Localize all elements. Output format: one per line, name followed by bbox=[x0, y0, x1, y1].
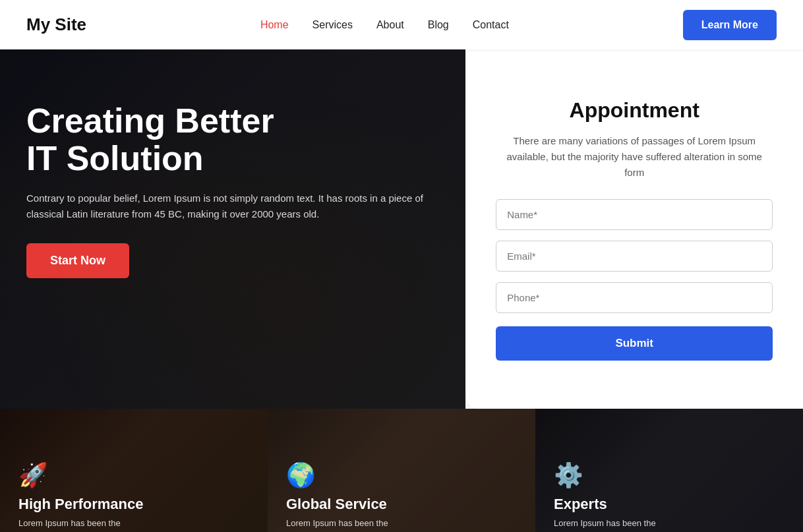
gear-icon: ⚙️ bbox=[554, 461, 785, 489]
appointment-title: Appointment bbox=[496, 98, 773, 123]
service-content-2: 🌍 Global Service Lorem Ipsum has been th… bbox=[286, 461, 517, 530]
submit-button[interactable]: Submit bbox=[496, 326, 773, 361]
nav-about[interactable]: About bbox=[376, 19, 404, 31]
site-logo: My Site bbox=[26, 15, 86, 35]
service-desc-3: Lorem Ipsum has been the bbox=[554, 517, 785, 530]
name-input[interactable] bbox=[496, 199, 773, 230]
hero-title: Creating Better IT Solution bbox=[26, 102, 448, 177]
email-input[interactable] bbox=[496, 241, 773, 272]
appointment-form-container: Appointment There are many variations of… bbox=[496, 98, 773, 361]
hero-title-line1: Creating Better bbox=[26, 102, 274, 140]
globe-icon: 🌍 bbox=[286, 461, 517, 489]
hero-section: Creating Better IT Solution Contrary to … bbox=[0, 49, 803, 409]
phone-input[interactable] bbox=[496, 282, 773, 313]
services-section: 🚀 High Performance Lorem Ipsum has been … bbox=[0, 409, 803, 532]
hero-content: Creating Better IT Solution Contrary to … bbox=[13, 102, 461, 278]
nav-services[interactable]: Services bbox=[312, 19, 353, 31]
hero-title-line2: IT Solution bbox=[26, 139, 204, 177]
header: My Site Home Services About Blog Contact… bbox=[0, 0, 803, 49]
nav-blog[interactable]: Blog bbox=[428, 19, 449, 31]
service-title-3: Experts bbox=[554, 496, 785, 513]
start-now-button[interactable]: Start Now bbox=[26, 243, 129, 278]
service-card-high-performance: 🚀 High Performance Lorem Ipsum has been … bbox=[0, 409, 268, 532]
rocket-icon: 🚀 bbox=[18, 461, 249, 489]
appointment-panel: Appointment There are many variations of… bbox=[465, 49, 803, 409]
service-card-experts: ⚙️ Experts Lorem Ipsum has been the bbox=[535, 409, 803, 532]
appointment-description: There are many variations of passages of… bbox=[496, 133, 773, 181]
service-desc-2: Lorem Ipsum has been the bbox=[286, 517, 517, 530]
learn-more-button[interactable]: Learn More bbox=[683, 10, 777, 40]
main-nav: Home Services About Blog Contact bbox=[260, 19, 509, 31]
hero-description: Contrary to popular belief, Lorem Ipsum … bbox=[26, 191, 448, 222]
service-title-2: Global Service bbox=[286, 496, 517, 513]
nav-home[interactable]: Home bbox=[260, 19, 289, 31]
nav-contact[interactable]: Contact bbox=[473, 19, 509, 31]
hero-background: Creating Better IT Solution Contrary to … bbox=[0, 49, 465, 409]
service-card-global: 🌍 Global Service Lorem Ipsum has been th… bbox=[268, 409, 535, 532]
service-content-1: 🚀 High Performance Lorem Ipsum has been … bbox=[18, 461, 249, 530]
service-desc-1: Lorem Ipsum has been the bbox=[18, 517, 249, 530]
service-content-3: ⚙️ Experts Lorem Ipsum has been the bbox=[554, 461, 785, 530]
service-title-1: High Performance bbox=[18, 496, 249, 513]
